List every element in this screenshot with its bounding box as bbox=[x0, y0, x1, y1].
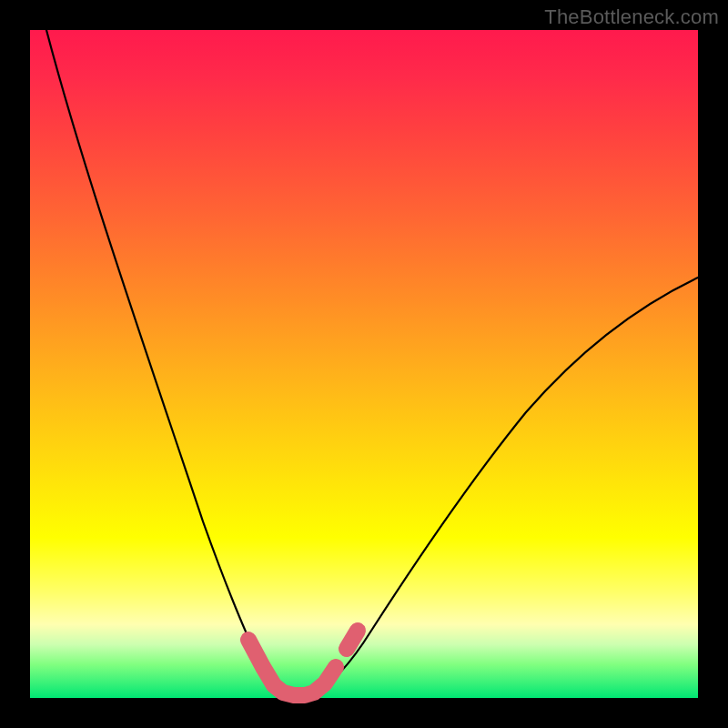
optimal-range-highlight bbox=[248, 640, 336, 695]
curve-layer bbox=[30, 30, 698, 698]
chart-canvas: TheBottleneck.com bbox=[0, 0, 728, 728]
curve-right bbox=[314, 278, 698, 693]
watermark-text: TheBottleneck.com bbox=[544, 5, 719, 29]
curve-left bbox=[46, 30, 283, 693]
optimal-range-notch bbox=[347, 631, 358, 649]
